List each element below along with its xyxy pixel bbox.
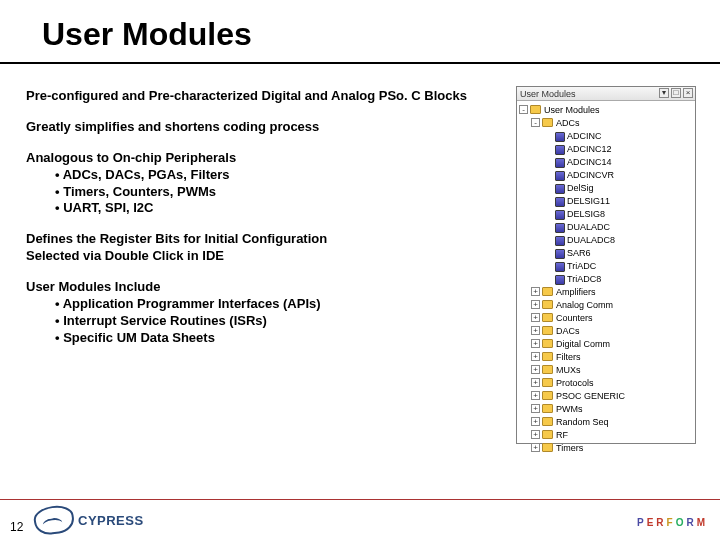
dropdown-icon[interactable]: ▾: [659, 88, 669, 98]
tree-row[interactable]: +Filters: [519, 350, 695, 363]
tree-row[interactable]: -User Modules: [519, 103, 695, 116]
tree-row[interactable]: +Analog Comm: [519, 298, 695, 311]
pin-icon[interactable]: □: [671, 88, 681, 98]
tree-row[interactable]: ADCINC12: [519, 142, 695, 155]
tree-label: Protocols: [556, 378, 594, 388]
tree-row[interactable]: TriADC8: [519, 272, 695, 285]
tree-row[interactable]: ADCINC: [519, 129, 695, 142]
folder-icon: [542, 352, 553, 361]
folder-icon: [530, 105, 541, 114]
expand-icon[interactable]: +: [531, 404, 540, 413]
tree-label: MUXs: [556, 365, 581, 375]
module-icon: [554, 248, 564, 258]
expand-icon[interactable]: +: [531, 287, 540, 296]
tree-label: Random Seq: [556, 417, 609, 427]
tree-row[interactable]: DUALADC: [519, 220, 695, 233]
expand-icon[interactable]: +: [531, 300, 540, 309]
tree-label: PSOC GENERIC: [556, 391, 625, 401]
close-icon[interactable]: ×: [683, 88, 693, 98]
tree-label: ADCs: [556, 118, 580, 128]
tree-label: Counters: [556, 313, 593, 323]
expand-icon[interactable]: +: [531, 378, 540, 387]
folder-icon: [542, 378, 553, 387]
tree-row[interactable]: +RF: [519, 428, 695, 441]
expand-icon[interactable]: +: [531, 417, 540, 426]
expand-icon[interactable]: +: [531, 339, 540, 348]
tree-label: User Modules: [544, 105, 600, 115]
folder-icon: [542, 313, 553, 322]
tree-label: DELSIG11: [567, 196, 610, 206]
tree-row[interactable]: +Amplifiers: [519, 285, 695, 298]
tree-row[interactable]: ADCINCVR: [519, 168, 695, 181]
expand-icon[interactable]: +: [531, 313, 540, 322]
collapse-icon[interactable]: -: [531, 118, 540, 127]
tree-label: DACs: [556, 326, 580, 336]
module-icon: [554, 170, 564, 180]
bullet-3a: ADCs, DACs, PGAs, Filters: [26, 167, 496, 184]
perform-letter: O: [676, 517, 687, 528]
folder-icon: [542, 339, 553, 348]
tree-row[interactable]: +Protocols: [519, 376, 695, 389]
folder-icon: [542, 118, 553, 127]
tree-row[interactable]: -ADCs: [519, 116, 695, 129]
folder-icon: [542, 391, 553, 400]
tree-row[interactable]: +PSOC GENERIC: [519, 389, 695, 402]
tree-label: Amplifiers: [556, 287, 596, 297]
module-icon: [554, 209, 564, 219]
module-icon: [554, 144, 564, 154]
tree-row[interactable]: DELSIG11: [519, 194, 695, 207]
collapse-icon[interactable]: -: [519, 105, 528, 114]
tree-row[interactable]: +DACs: [519, 324, 695, 337]
para-5: User Modules Include: [26, 279, 496, 296]
module-icon: [554, 196, 564, 206]
tree-row[interactable]: SAR6: [519, 246, 695, 259]
bullet-5a: Application Programmer Interfaces (APIs): [26, 296, 496, 313]
user-modules-panel: User Modules ▾ □ × -User Modules-ADCsADC…: [516, 86, 696, 444]
tree-label: ADCINC12: [567, 144, 612, 154]
expand-icon[interactable]: +: [531, 352, 540, 361]
folder-icon: [542, 417, 553, 426]
tree-label: DUALADC: [567, 222, 610, 232]
logo-swirl-icon: [32, 503, 76, 536]
title-underline: [0, 62, 720, 64]
perform-word: PERFORM: [637, 517, 708, 528]
panel-header: User Modules ▾ □ ×: [517, 87, 695, 101]
expand-icon[interactable]: +: [531, 430, 540, 439]
tree-label: SAR6: [567, 248, 591, 258]
tree-row[interactable]: +MUXs: [519, 363, 695, 376]
tree-label: DelSig: [567, 183, 594, 193]
tree-row[interactable]: TriADC: [519, 259, 695, 272]
folder-icon: [542, 287, 553, 296]
para-4b: Selected via Double Click in IDE: [26, 248, 496, 265]
cypress-logo: CYPRESS: [34, 506, 144, 534]
tree-row[interactable]: +Digital Comm: [519, 337, 695, 350]
tree-row[interactable]: DelSig: [519, 181, 695, 194]
tree-label: ADCINC14: [567, 157, 612, 167]
tree-row[interactable]: DUALADC8: [519, 233, 695, 246]
tree-label: DELSIG8: [567, 209, 605, 219]
tree-row[interactable]: DELSIG8: [519, 207, 695, 220]
para-2: Greatly simplifies and shortens coding p…: [26, 119, 496, 136]
para-3: Analogous to On-chip Peripherals: [26, 150, 496, 167]
tree-row[interactable]: +PWMs: [519, 402, 695, 415]
module-icon: [554, 222, 564, 232]
module-icon: [554, 261, 564, 271]
tree-label: RF: [556, 430, 568, 440]
slide-body: Pre-configured and Pre-characterized Dig…: [26, 88, 496, 347]
tree-row[interactable]: +Counters: [519, 311, 695, 324]
tree-label: Filters: [556, 352, 581, 362]
tree-row[interactable]: ADCINC14: [519, 155, 695, 168]
tree-row[interactable]: +Random Seq: [519, 415, 695, 428]
bullet-5c: Specific UM Data Sheets: [26, 330, 496, 347]
slide-title: User Modules: [42, 16, 252, 53]
expand-icon[interactable]: +: [531, 326, 540, 335]
tree-row[interactable]: +Timers: [519, 441, 695, 454]
page-number: 12: [10, 520, 23, 534]
tree-label: ADCINCVR: [567, 170, 614, 180]
expand-icon[interactable]: +: [531, 365, 540, 374]
expand-icon[interactable]: +: [531, 443, 540, 452]
tree-label: Digital Comm: [556, 339, 610, 349]
expand-icon[interactable]: +: [531, 391, 540, 400]
tree-label: PWMs: [556, 404, 583, 414]
folder-icon: [542, 443, 553, 452]
